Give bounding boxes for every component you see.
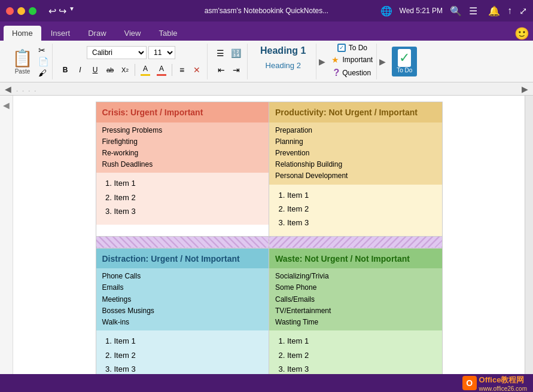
font-family-select[interactable]: Calibri — [87, 46, 147, 59]
todo-item[interactable]: To Do — [337, 44, 367, 52]
tab-view[interactable]: View — [116, 26, 150, 41]
waste-list-item-2: Item 2 — [287, 348, 436, 362]
bullet-list-button[interactable]: ☰ — [214, 47, 227, 60]
ribbon-toolbar: 📋 Paste ✂ 📄 🖌 Calibri 11 B I U ab X2 — [0, 41, 533, 82]
cross-right — [269, 236, 443, 248]
format-painter-icon[interactable]: 🖌 — [38, 68, 48, 78]
underline-button[interactable]: U — [89, 63, 102, 76]
menu-icon[interactable]: ☰ — [469, 5, 477, 17]
office-label: Office教程网 — [479, 375, 527, 385]
prod-list-item-1: Item 1 — [287, 188, 436, 202]
question-label: Question — [342, 69, 371, 77]
font-row-2: B I U ab X2 A A ≡ ✕ — [59, 63, 203, 76]
smiley-face[interactable]: 🙂 — [510, 26, 529, 41]
maximize-button[interactable] — [29, 7, 36, 15]
important-label: Important — [342, 56, 373, 64]
crisis-list: Item 1 Item 2 Item 3 — [96, 173, 269, 224]
search-icon[interactable]: 🔍 — [450, 5, 462, 17]
heading2-button[interactable]: Heading 2 — [259, 59, 307, 72]
dist-list-item-3: Item 3 — [114, 362, 263, 374]
close-button[interactable] — [6, 7, 14, 15]
font-size-select[interactable]: 11 — [148, 46, 175, 59]
dropdown-arrow[interactable]: ▼ — [69, 5, 75, 17]
cross-divider-row — [96, 236, 442, 248]
strikethrough-button[interactable]: ab — [103, 63, 117, 76]
copy-icon[interactable]: 📄 — [38, 57, 48, 66]
dist-item-3: Meetings — [102, 294, 263, 305]
waste-item-4: TV/Entertainment — [275, 305, 436, 317]
divider2 — [172, 64, 172, 76]
list-row-2: ⇤ ⇥ — [215, 63, 243, 76]
todo-label: To Do — [349, 44, 367, 52]
indent-decrease-button[interactable]: ⇤ — [215, 63, 228, 76]
share-icon[interactable]: ↑ — [507, 5, 512, 16]
globe-icon: 🌐 — [380, 5, 392, 17]
tab-table[interactable]: Table — [151, 26, 186, 41]
tab-insert[interactable]: Insert — [42, 26, 79, 41]
undo-redo-group: ↩ ↪ ▼ — [48, 5, 75, 17]
paste-button[interactable]: 📋 Paste — [8, 47, 36, 76]
prod-item-4: Relationship Building — [275, 159, 436, 170]
task-expand-icon[interactable]: ▶ — [379, 57, 386, 66]
heading-expand-icon[interactable]: ▶ — [319, 57, 325, 66]
productivity-list: Item 1 Item 2 Item 3 — [269, 185, 442, 236]
italic-button[interactable]: I — [74, 63, 87, 76]
left-sidebar[interactable]: ◀ — [0, 96, 13, 374]
eisenhower-matrix: Crisis: Urgent / Important Pressing Prob… — [96, 102, 443, 374]
prod-list-item-3: Item 3 — [287, 216, 436, 229]
question-item[interactable]: ? Question — [333, 68, 371, 78]
crisis-cell: Crisis: Urgent / Important Pressing Prob… — [96, 102, 269, 237]
waste-item-3: Calls/Emails — [275, 294, 436, 305]
dist-item-1: Phone Calls — [102, 271, 263, 282]
title-bar: ↩ ↪ ▼ asm'sasm's Notebookink QuickNotes.… — [0, 0, 533, 22]
right-scrollbar[interactable] — [525, 96, 533, 374]
paste-group: 📋 Paste ✂ 📄 🖌 — [5, 44, 53, 79]
productivity-title: Productivity: Not Urgent / Important — [275, 108, 418, 117]
subscript-button[interactable]: X2 — [118, 63, 132, 76]
nav-back-icon[interactable]: ◀ — [5, 84, 11, 94]
cut-icon[interactable]: ✂ — [38, 45, 48, 55]
clear-format-button[interactable]: ✕ — [190, 63, 203, 76]
bold-button[interactable]: B — [59, 63, 72, 76]
office-icon: O — [462, 376, 477, 390]
redo-button[interactable]: ↪ — [59, 5, 66, 17]
todo-btn-label: To Do — [397, 67, 412, 74]
tab-draw[interactable]: Draw — [80, 26, 114, 41]
divider — [135, 64, 135, 76]
align-left-button[interactable]: ≡ — [175, 63, 188, 76]
minimize-button[interactable] — [17, 7, 25, 15]
dist-ol: Item 1 Item 2 Item 3 — [102, 334, 263, 374]
distraction-list: Item 1 Item 2 Item 3 — [96, 330, 269, 374]
waste-cell: Waste: Not Urgent / Not Important Social… — [269, 248, 443, 374]
todo-button[interactable]: ✓ To Do — [392, 47, 417, 76]
waste-list: Item 1 Item 2 Item 3 — [269, 330, 442, 374]
important-item[interactable]: ★ Important — [331, 55, 373, 65]
dist-item-5: Walk-ins — [102, 317, 263, 328]
crisis-matrix-cell: Crisis: Urgent / Important Pressing Prob… — [96, 102, 269, 225]
heading1-button[interactable]: Heading 1 — [254, 44, 312, 58]
todo-checkbox[interactable] — [337, 44, 346, 52]
bell-icon[interactable]: 🔔 — [488, 5, 500, 17]
list-row-1: ☰ 🔢 — [214, 47, 243, 60]
question-icon: ? — [333, 68, 339, 78]
status-bar: O Office教程网 www.office26.com — [0, 374, 533, 392]
font-color-button[interactable]: A — [154, 63, 169, 76]
waste-items: Socializing/Trivia Some Phone Calls/Emai… — [269, 268, 442, 330]
crisis-item-4: Rush Deadlines — [102, 159, 263, 170]
expand-icon[interactable]: ⤢ — [519, 5, 527, 17]
nav-forward-icon[interactable]: ▶ — [522, 84, 528, 94]
page-content: Crisis: Urgent / Important Pressing Prob… — [13, 96, 525, 374]
tab-home[interactable]: Home — [4, 26, 41, 41]
undo-button[interactable]: ↩ — [48, 5, 56, 17]
font-group: Calibri 11 B I U ab X2 A A — [55, 44, 208, 79]
numbered-list-button[interactable]: 🔢 — [229, 47, 243, 60]
highlight-button[interactable]: A — [138, 63, 153, 76]
left-nav-arrow[interactable]: ◀ — [3, 100, 10, 110]
todo-btn-group: ✓ To Do — [388, 44, 421, 79]
dist-list-item-2: Item 2 — [114, 348, 263, 362]
productivity-items: Preparation Planning Prevention Relation… — [269, 122, 442, 185]
clipboard-icons: ✂ 📄 🖌 — [38, 45, 48, 78]
dist-item-4: Bosses Musings — [102, 305, 263, 317]
indent-increase-button[interactable]: ⇥ — [230, 63, 243, 76]
heading-group: Heading 1 Heading 2 — [250, 44, 316, 79]
